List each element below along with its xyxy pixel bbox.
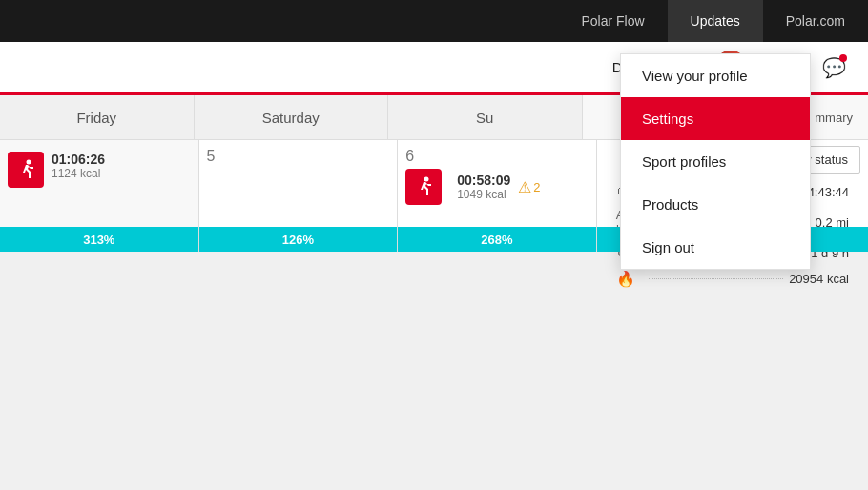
message-notification-dot [839, 54, 847, 62]
calories-icon: 🔥 [616, 270, 635, 288]
header-saturday: Saturday [195, 95, 389, 139]
nav-tab-updates[interactable]: Updates [668, 0, 763, 42]
cell-saturday: 5 126% [199, 140, 399, 252]
svg-point-0 [27, 160, 31, 165]
user-dropdown-menu: View your profile Settings Sport profile… [620, 53, 811, 270]
dropdown-item-view-profile[interactable]: View your profile [621, 54, 810, 97]
header-friday: Friday [0, 95, 195, 139]
sunday-kcal: 1049 kcal [457, 188, 510, 201]
cell-friday: 01:06:26 1124 kcal 313% [0, 140, 199, 252]
activity-friday: 01:06:26 1124 kcal [8, 152, 191, 180]
friday-progress: 313% [0, 227, 198, 252]
dropdown-item-sign-out[interactable]: Sign out [621, 226, 810, 269]
nav-tab-polar-flow[interactable]: Polar Flow [558, 0, 667, 42]
messages-button[interactable]: 💬 [818, 52, 849, 83]
saturday-progress: 126% [199, 227, 398, 252]
warning-icon-sunday: ⚠ [518, 178, 531, 196]
sunday-time: 00:58:09 [457, 173, 510, 188]
header-sunday: Su [388, 95, 583, 139]
svg-point-1 [424, 177, 429, 182]
dotted-line-4 [649, 278, 783, 279]
run-icon-sunday [412, 175, 435, 198]
sunday-progress: 268% [398, 227, 596, 252]
friday-time: 01:06:26 [52, 152, 191, 167]
dropdown-item-settings[interactable]: Settings [621, 97, 810, 140]
activity-icon-friday [8, 152, 44, 188]
stat-calories: 🔥 20954 kcal [605, 266, 860, 292]
run-icon-friday [14, 158, 37, 181]
nav-tab-polar-com[interactable]: Polar.com [763, 0, 868, 42]
saturday-day-num: 5 [207, 148, 390, 165]
stat-calories-value: 20954 kcal [789, 272, 849, 286]
cell-sunday: 6 00:58:09 1049 kcal ⚠ 2 268% [398, 140, 597, 252]
sunday-day-num: 6 [405, 148, 589, 165]
activity-icon-sunday [405, 169, 442, 205]
friday-kcal: 1124 kcal [52, 167, 191, 180]
dropdown-item-sport-profiles[interactable]: Sport profiles [621, 140, 810, 183]
top-nav: Polar Flow Updates Polar.com [0, 0, 868, 42]
dropdown-item-products[interactable]: Products [621, 183, 810, 226]
warning-count-sunday: 2 [533, 180, 540, 194]
